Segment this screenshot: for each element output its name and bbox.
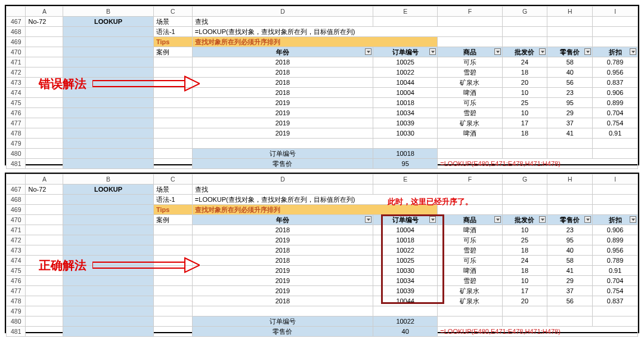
cell[interactable] <box>26 88 63 98</box>
table-cell[interactable]: 10025 <box>373 57 438 67</box>
cell[interactable] <box>153 256 192 266</box>
cell[interactable] <box>63 327 154 337</box>
cell[interactable] <box>63 47 154 57</box>
cell[interactable] <box>192 139 373 149</box>
cell-D467[interactable]: 查找 <box>192 17 373 27</box>
cell[interactable] <box>26 149 63 159</box>
col-E[interactable]: E <box>373 174 438 185</box>
cell[interactable] <box>63 195 154 205</box>
table-cell[interactable]: 可乐 <box>438 256 502 266</box>
row-number[interactable]: 478 <box>7 128 26 139</box>
row-number[interactable]: 469 <box>7 205 26 215</box>
cell-A467[interactable]: No-72 <box>26 185 63 195</box>
result-label[interactable]: 订单编号 <box>192 317 373 327</box>
cell[interactable] <box>63 286 154 296</box>
row-number[interactable]: 477 <box>7 286 26 296</box>
table-cell[interactable]: 2018 <box>192 78 373 88</box>
table-cell[interactable]: 23 <box>547 88 593 98</box>
cell[interactable] <box>153 286 192 296</box>
table-cell[interactable]: 56 <box>547 296 593 306</box>
table-cell[interactable]: 18 <box>502 245 547 256</box>
cell[interactable] <box>26 235 63 245</box>
cell[interactable] <box>63 88 154 98</box>
table-cell[interactable]: 2018 <box>192 67 373 78</box>
filter-icon[interactable] <box>494 48 501 55</box>
cell-tips-label[interactable]: Tips <box>153 205 192 215</box>
cell[interactable] <box>26 57 63 67</box>
cell[interactable] <box>547 17 593 27</box>
table-cell[interactable]: 24 <box>502 256 547 266</box>
cell-C467[interactable]: 场景 <box>153 185 192 195</box>
col-F[interactable]: F <box>438 174 502 185</box>
table-cell[interactable]: 0.704 <box>593 276 638 286</box>
table-cell[interactable]: 10 <box>502 108 547 118</box>
table-cell[interactable]: 95 <box>547 235 593 245</box>
col-H[interactable]: H <box>547 7 593 17</box>
cell[interactable] <box>502 27 547 37</box>
table-cell[interactable]: 啤酒 <box>438 266 502 276</box>
cell[interactable] <box>593 37 638 47</box>
table-cell[interactable]: 10 <box>502 225 547 235</box>
table-cell[interactable]: 41 <box>547 266 593 276</box>
cell[interactable] <box>547 195 593 205</box>
cell[interactable] <box>153 296 192 306</box>
cell[interactable] <box>63 296 154 306</box>
cell[interactable] <box>26 317 63 327</box>
row-number[interactable]: 473 <box>7 78 26 88</box>
filter-icon[interactable] <box>584 48 591 55</box>
table-header[interactable]: 年份 <box>192 47 373 57</box>
row-number[interactable]: 474 <box>7 256 26 266</box>
table-cell[interactable]: 0.899 <box>593 235 638 245</box>
table-cell[interactable]: 18 <box>502 266 547 276</box>
table-cell[interactable]: 10030 <box>373 128 438 139</box>
col-C[interactable]: C <box>153 7 192 17</box>
cell[interactable] <box>593 306 638 317</box>
table-cell[interactable]: 10044 <box>373 78 438 88</box>
cell[interactable] <box>153 306 192 317</box>
row-number[interactable]: 471 <box>7 225 26 235</box>
cell[interactable] <box>438 149 502 159</box>
filter-icon[interactable] <box>539 216 546 223</box>
cell-C470[interactable]: 案例 <box>153 47 192 57</box>
cell[interactable] <box>547 317 593 327</box>
cell[interactable] <box>438 37 502 47</box>
col-D[interactable]: D <box>192 174 373 185</box>
cell[interactable] <box>153 57 192 67</box>
table-cell[interactable]: 10018 <box>373 235 438 245</box>
table-cell[interactable]: 2019 <box>192 118 373 128</box>
cell[interactable] <box>502 306 547 317</box>
cell[interactable] <box>63 128 154 139</box>
table-cell[interactable]: 0.789 <box>593 256 638 266</box>
table-cell[interactable]: 37 <box>547 286 593 296</box>
row-number[interactable]: 470 <box>7 215 26 225</box>
table-cell[interactable]: 10 <box>502 276 547 286</box>
cell-tips-text[interactable]: 查找对象所在列必须升序排列 <box>192 205 437 215</box>
col-B[interactable]: B <box>63 174 154 185</box>
table-cell[interactable]: 29 <box>547 108 593 118</box>
cell[interactable] <box>502 205 547 215</box>
cell[interactable] <box>26 159 63 169</box>
table-cell[interactable]: 10044 <box>373 296 438 306</box>
row-number[interactable]: 474 <box>7 88 26 98</box>
table-cell[interactable]: 10030 <box>373 266 438 276</box>
table-cell[interactable]: 10022 <box>373 67 438 78</box>
cell[interactable] <box>63 225 154 235</box>
table-cell[interactable]: 10022 <box>373 245 438 256</box>
cell[interactable] <box>63 215 154 225</box>
cell-C467[interactable]: 场景 <box>153 17 192 27</box>
cell[interactable] <box>26 266 63 276</box>
cell[interactable] <box>63 118 154 128</box>
cell[interactable] <box>593 195 638 205</box>
table-cell[interactable]: 矿泉水 <box>438 286 502 296</box>
result-label[interactable]: 零售价 <box>192 327 373 337</box>
cell[interactable] <box>63 27 154 37</box>
table-header[interactable]: 零售价 <box>547 215 593 225</box>
cell[interactable] <box>438 17 502 27</box>
sort-asc-icon[interactable] <box>429 216 436 223</box>
col-I[interactable]: I <box>593 174 638 185</box>
cell[interactable] <box>26 245 63 256</box>
table-cell[interactable]: 10 <box>502 88 547 98</box>
table-cell[interactable]: 17 <box>502 286 547 296</box>
table-cell[interactable]: 10004 <box>373 88 438 98</box>
col-F[interactable]: F <box>438 7 502 17</box>
